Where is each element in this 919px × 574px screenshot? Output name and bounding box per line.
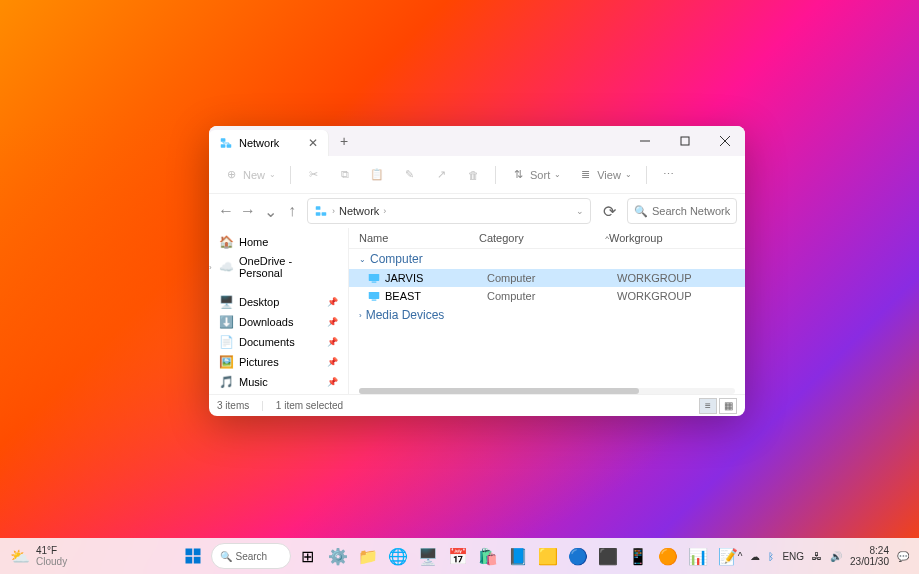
group-computer[interactable]: ⌄ Computer xyxy=(349,249,745,269)
rename-button[interactable]: ✎ xyxy=(395,163,423,187)
svg-rect-8 xyxy=(322,212,327,216)
documents-icon: 📄 xyxy=(219,335,233,349)
sidebar-item-music[interactable]: 🎵 Music 📌 xyxy=(209,372,348,392)
tab-close-button[interactable]: ✕ xyxy=(308,136,318,150)
column-workgroup[interactable]: Workgroup xyxy=(609,232,735,244)
sidebar-item-home[interactable]: 🏠 Home xyxy=(209,232,348,252)
task-view-button[interactable]: ⊞ xyxy=(295,543,321,569)
computer-icon xyxy=(367,271,381,285)
music-icon: 🎵 xyxy=(219,375,233,389)
view-button[interactable]: ≣ View ⌄ xyxy=(571,163,638,187)
taskbar-store[interactable]: 🛍️ xyxy=(475,543,501,569)
sidebar-item-downloads[interactable]: ⬇️ Downloads 📌 xyxy=(209,312,348,332)
file-explorer-window: Network ✕ + ⊕ New ⌄ ✂ ⧉ 📋 ✎ ↗ 🗑 xyxy=(209,126,745,416)
more-button[interactable]: ⋯ xyxy=(655,163,683,187)
scrollbar-thumb[interactable] xyxy=(359,388,639,394)
recent-button[interactable]: ⌄ xyxy=(261,202,279,220)
pin-icon: 📌 xyxy=(327,377,338,387)
titlebar[interactable]: Network ✕ + xyxy=(209,126,745,156)
search-icon: 🔍 xyxy=(634,205,648,218)
back-button[interactable]: ← xyxy=(217,202,235,220)
cut-button[interactable]: ✂ xyxy=(299,163,327,187)
taskbar-app-icon[interactable]: 📘 xyxy=(505,543,531,569)
start-button[interactable] xyxy=(179,542,207,570)
details-view-toggle[interactable]: ≡ xyxy=(699,398,717,414)
group-media-devices[interactable]: › Media Devices xyxy=(349,305,745,325)
svg-rect-1 xyxy=(227,144,232,148)
view-icon: ≣ xyxy=(577,167,593,183)
sidebar-item-videos[interactable]: 🎬 Videos 📌 xyxy=(209,392,348,394)
taskbar-app-icon[interactable]: 📊 xyxy=(685,543,711,569)
system-tray: ^ ☁ ᛒ ENG 🖧 🔊 8:24 23/01/30 💬 xyxy=(728,545,919,567)
copy-icon: ⧉ xyxy=(337,167,353,183)
taskbar-app-icon[interactable]: 🟠 xyxy=(655,543,681,569)
taskbar-edge[interactable]: 🌐 xyxy=(385,543,411,569)
search-input[interactable] xyxy=(652,205,730,217)
minimize-button[interactable] xyxy=(625,126,665,156)
search-icon: 🔍 xyxy=(220,551,232,562)
selection-count: 1 item selected xyxy=(276,400,343,411)
new-button[interactable]: ⊕ New ⌄ xyxy=(217,163,282,187)
taskbar-app-icon[interactable]: 📅 xyxy=(445,543,471,569)
taskbar-app-icon[interactable]: 📝 xyxy=(715,543,741,569)
tab-network[interactable]: Network ✕ xyxy=(209,130,329,156)
pin-icon: 📌 xyxy=(327,317,338,327)
pin-icon: 📌 xyxy=(327,297,338,307)
network-tray-icon[interactable]: 🖧 xyxy=(812,551,822,562)
share-button[interactable]: ↗ xyxy=(427,163,455,187)
maximize-button[interactable] xyxy=(665,126,705,156)
copy-button[interactable]: ⧉ xyxy=(331,163,359,187)
taskbar-chrome[interactable]: 🔵 xyxy=(565,543,591,569)
breadcrumb-separator: › xyxy=(383,206,386,216)
clock[interactable]: 8:24 23/01/30 xyxy=(850,545,889,567)
bluetooth-tray-icon[interactable]: ᛒ xyxy=(768,551,774,562)
address-dropdown[interactable]: ⌄ xyxy=(576,206,584,216)
delete-button[interactable]: 🗑 xyxy=(459,163,487,187)
cloud-icon: ⛅ xyxy=(10,547,30,566)
sidebar-item-documents[interactable]: 📄 Documents 📌 xyxy=(209,332,348,352)
pin-icon: 📌 xyxy=(327,357,338,367)
column-category[interactable]: Category ^ xyxy=(479,232,609,244)
taskbar-file-explorer[interactable]: 📁 xyxy=(355,543,381,569)
list-item-jarvis[interactable]: JARVIS Computer WORKGROUP xyxy=(349,269,745,287)
sidebar-item-onedrive[interactable]: › ☁️ OneDrive - Personal xyxy=(209,252,348,282)
svg-rect-13 xyxy=(372,300,377,301)
more-icon: ⋯ xyxy=(661,167,677,183)
taskbar-app-icon[interactable]: 🟨 xyxy=(535,543,561,569)
language-indicator[interactable]: ENG xyxy=(782,551,804,562)
svg-rect-0 xyxy=(221,138,226,142)
sort-button[interactable]: ⇅ Sort ⌄ xyxy=(504,163,567,187)
notifications-button[interactable]: 💬 xyxy=(897,551,909,562)
paste-icon: 📋 xyxy=(369,167,385,183)
addressbar[interactable]: › Network › ⌄ xyxy=(307,198,591,224)
network-icon xyxy=(314,204,328,218)
taskbar-search[interactable]: 🔍 Search xyxy=(211,543,291,569)
taskbar-terminal[interactable]: ⬛ xyxy=(595,543,621,569)
chevron-right-icon: › xyxy=(359,311,362,320)
onedrive-tray-icon[interactable]: ☁ xyxy=(750,551,760,562)
forward-button[interactable]: → xyxy=(239,202,257,220)
volume-tray-icon[interactable]: 🔊 xyxy=(830,551,842,562)
chevron-down-icon: ⌄ xyxy=(359,255,366,264)
horizontal-scrollbar[interactable] xyxy=(359,388,735,394)
paste-button[interactable]: 📋 xyxy=(363,163,391,187)
item-count: 3 items xyxy=(217,400,249,411)
taskbar-app-icon[interactable]: 📱 xyxy=(625,543,651,569)
refresh-button[interactable]: ⟳ xyxy=(597,198,621,224)
list-item-beast[interactable]: BEAST Computer WORKGROUP xyxy=(349,287,745,305)
up-button[interactable]: ↑ xyxy=(283,202,301,220)
sidebar-item-desktop[interactable]: 🖥️ Desktop 📌 xyxy=(209,292,348,312)
share-icon: ↗ xyxy=(433,167,449,183)
svg-rect-9 xyxy=(316,212,321,216)
weather-widget[interactable]: ⛅ 41°F Cloudy xyxy=(0,545,77,567)
icons-view-toggle[interactable]: ▦ xyxy=(719,398,737,414)
close-button[interactable] xyxy=(705,126,745,156)
taskbar-app-icon[interactable]: 🖥️ xyxy=(415,543,441,569)
breadcrumb-segment[interactable]: Network xyxy=(339,205,379,217)
svg-rect-12 xyxy=(369,292,380,299)
new-tab-button[interactable]: + xyxy=(329,126,359,156)
column-name[interactable]: Name xyxy=(359,232,479,244)
sidebar-item-pictures[interactable]: 🖼️ Pictures 📌 xyxy=(209,352,348,372)
search-box[interactable]: 🔍 xyxy=(627,198,737,224)
taskbar-app-icon[interactable]: ⚙️ xyxy=(325,543,351,569)
